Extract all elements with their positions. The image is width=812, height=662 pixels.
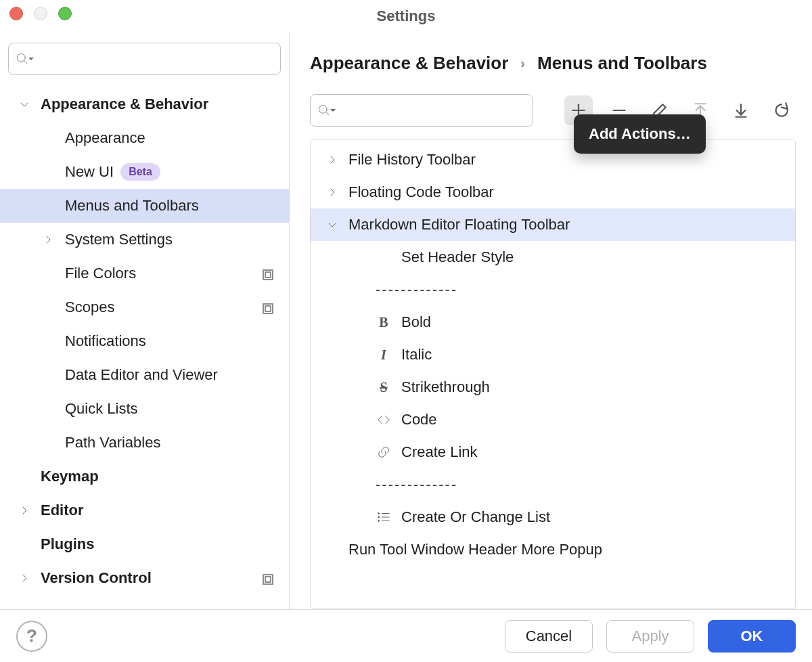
search-icon [16, 52, 35, 66]
dialog-footer: ? Cancel Apply OK [0, 609, 812, 662]
list-icon [376, 510, 392, 525]
beta-badge: Beta [120, 163, 160, 181]
actions-tree-item[interactable]: Create Link [311, 436, 795, 468]
svg-rect-3 [265, 272, 271, 278]
action-label: Italic [401, 346, 432, 363]
actions-tree-item[interactable]: Floating Code Toolbar [311, 176, 795, 208]
sidebar-item[interactable]: System Settings [0, 223, 289, 257]
sidebar-item[interactable]: Path Variables [0, 426, 289, 460]
action-label: Markdown Editor Floating Toolbar [348, 216, 570, 234]
project-scope-icon [262, 572, 274, 584]
actions-tree-item[interactable]: Create Or Change List [311, 501, 795, 533]
sidebar-item[interactable]: Data Editor and Viewer [0, 358, 289, 392]
sidebar-item-label: Menus and Toolbars [65, 197, 199, 215]
detail-pane: Appearance & Behavior › Menus and Toolba… [290, 32, 812, 609]
chevron-right-icon [15, 571, 34, 585]
actions-tree-item[interactable]: Set Header Style [311, 241, 795, 273]
chevron-right-icon [325, 185, 339, 199]
action-label: Create Link [401, 443, 478, 461]
actions-tree-item[interactable]: ------------- [311, 273, 795, 306]
action-label: Floating Code Toolbar [348, 183, 494, 201]
minimize-window-button[interactable] [34, 7, 47, 20]
sidebar-item[interactable]: Version Control [0, 561, 289, 595]
settings-tree[interactable]: Appearance & BehaviorAppearanceNew UIBet… [0, 81, 289, 609]
chevron-right-icon [38, 233, 58, 246]
window-title: Settings [0, 7, 812, 25]
project-scope-icon [262, 301, 274, 313]
actions-tree-item[interactable]: ------------- [311, 468, 795, 501]
action-label: Set Header Style [401, 248, 514, 266]
sidebar-item[interactable]: Notifications [0, 324, 289, 358]
caret-spacer [15, 470, 34, 483]
sidebar-item-label: Keymap [41, 468, 99, 485]
svg-point-22 [378, 521, 380, 522]
sidebar-item[interactable]: Plugins [0, 527, 289, 561]
separator-label: ------------- [376, 476, 457, 493]
cancel-button[interactable]: Cancel [505, 620, 593, 653]
chevron-right-icon: › [520, 56, 525, 71]
sidebar-item[interactable]: Appearance & Behavior [0, 87, 289, 121]
chevron-down-icon [325, 218, 339, 231]
svg-point-20 [378, 513, 380, 514]
sidebar-item-label: Quick Lists [65, 400, 138, 418]
svg-line-1 [24, 61, 27, 64]
chevron-down-icon [15, 97, 34, 111]
action-label: Bold [401, 313, 431, 331]
actions-tree-item[interactable]: IItalic [311, 338, 795, 371]
zoom-window-button[interactable] [58, 7, 72, 20]
sidebar-item-label: New UI [65, 163, 114, 181]
sidebar-item-label: Appearance & Behavior [41, 95, 208, 113]
action-label: Create Or Change List [401, 508, 550, 526]
sidebar-item[interactable]: Quick Lists [0, 392, 289, 426]
breadcrumb-root[interactable]: Appearance & Behavior [310, 53, 508, 74]
svg-rect-7 [265, 577, 271, 582]
add-actions-tooltip: Add Actions… [574, 114, 706, 154]
move-down-button[interactable] [727, 95, 755, 125]
action-label: Run Tool Window Header More Popup [348, 541, 602, 558]
action-label: File History Toolbar [348, 151, 476, 169]
help-button[interactable]: ? [16, 621, 47, 652]
sidebar-item-label: Plugins [41, 535, 94, 553]
restore-defaults-button[interactable] [767, 95, 796, 125]
italic-icon: I [376, 347, 392, 363]
sidebar-item-label: Path Variables [65, 434, 160, 451]
actions-tree-item[interactable]: File History Toolbar [311, 144, 795, 176]
search-icon [317, 104, 336, 117]
window-controls [9, 7, 72, 20]
sidebar-item[interactable]: Menus and Toolbars [0, 189, 289, 223]
settings-search-input[interactable] [39, 51, 273, 68]
sidebar-item-label: Version Control [41, 569, 152, 587]
sidebar-item-label: Scopes [65, 299, 114, 316]
actions-tree-item[interactable]: Code [311, 403, 795, 436]
sidebar-item[interactable]: Appearance [0, 121, 289, 155]
code-icon [376, 412, 392, 427]
actions-tree-item[interactable]: BBold [311, 306, 795, 338]
sidebar-item-label: System Settings [65, 231, 173, 248]
project-scope-icon [262, 267, 274, 280]
sidebar-item[interactable]: New UIBeta [0, 155, 289, 189]
breadcrumb: Appearance & Behavior › Menus and Toolba… [310, 46, 796, 94]
sidebar-item-label: Notifications [65, 332, 146, 350]
sidebar-item[interactable]: Scopes [0, 290, 289, 324]
strike-icon: S [376, 380, 392, 395]
actions-search[interactable] [310, 94, 533, 127]
action-label: Code [401, 411, 437, 428]
actions-search-input[interactable] [340, 102, 526, 119]
ok-button[interactable]: OK [708, 620, 796, 653]
caret-spacer [15, 537, 34, 551]
sidebar-item[interactable]: Editor [0, 493, 289, 527]
sidebar-item[interactable]: File Colors [0, 257, 289, 290]
close-window-button[interactable] [9, 7, 23, 20]
apply-button[interactable]: Apply [606, 620, 694, 653]
link-icon [376, 445, 392, 460]
svg-rect-5 [265, 306, 271, 311]
actions-tree-item[interactable]: SStrikethrough [311, 371, 795, 403]
bold-icon: B [376, 315, 392, 330]
actions-tree-item[interactable]: Markdown Editor Floating Toolbar [311, 208, 795, 241]
settings-search[interactable] [8, 43, 281, 75]
sidebar-item[interactable]: Keymap [0, 460, 289, 493]
actions-tree[interactable]: File History ToolbarFloating Code Toolba… [310, 139, 796, 609]
svg-line-9 [326, 112, 329, 115]
sidebar-item-label: Editor [41, 502, 84, 519]
actions-tree-item[interactable]: Run Tool Window Header More Popup [311, 533, 795, 566]
